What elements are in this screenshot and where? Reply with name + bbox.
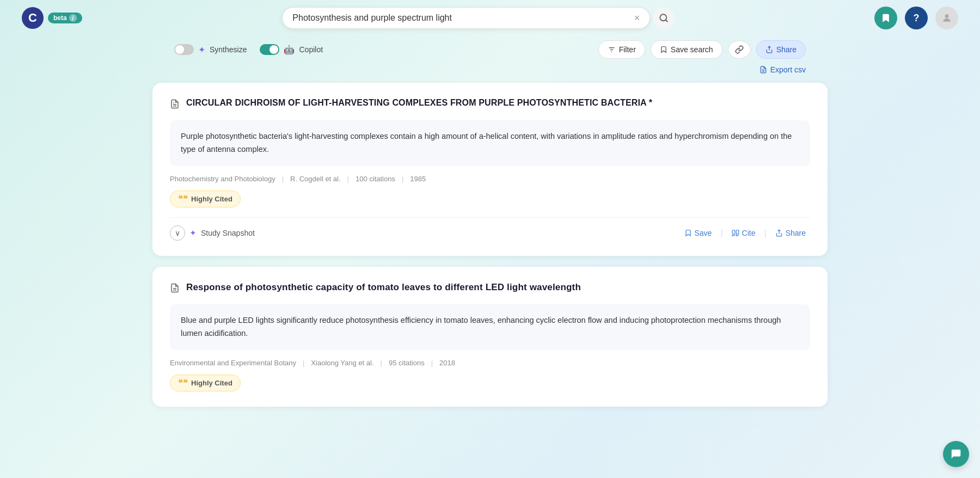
highly-cited-label: Highly Cited (191, 195, 232, 203)
save-paper-button[interactable]: Save (680, 226, 716, 240)
paper-2-abstract: Blue and purple LED lights significantly… (170, 304, 810, 350)
paper-abstract: Purple photosynthetic bacteria's light-h… (170, 120, 810, 166)
paper-citations: 100 citations (356, 175, 395, 183)
export-csv-label: Export csv (770, 65, 806, 74)
paper-2-authors: Xiaolong Yang et al. (311, 359, 373, 367)
filter-button[interactable]: Filter (598, 40, 645, 59)
synthesize-toggle[interactable] (174, 44, 194, 55)
svg-line-1 (666, 20, 667, 21)
study-snapshot: ∨ ✦ Study Snapshot (170, 225, 255, 241)
paper-2-journal: Environmental and Experimental Botany (170, 359, 296, 367)
header-actions: ? (874, 7, 958, 29)
paper-card-2: Response of photosynthetic capacity of t… (152, 267, 828, 407)
synthesize-toggle-group: ✦ Synthesize (174, 44, 247, 55)
meta-sep-3: | (402, 175, 403, 183)
meta-sep-1: | (282, 175, 284, 183)
copilot-toggle[interactable] (260, 44, 279, 55)
link-icon (735, 45, 744, 54)
quote-icon: ❝❝ (178, 194, 188, 204)
cite-paper-button[interactable]: Cite (727, 226, 760, 240)
synthesize-label: Synthesize (210, 45, 247, 54)
logo-area: C beta i (22, 7, 82, 29)
paper-journal: Photochemistry and Photobiology (170, 175, 275, 183)
paper-2-highly-cited-badge: ❝❝ Highly Cited (170, 375, 241, 391)
svg-point-2 (945, 14, 949, 18)
toolbar-left: ✦ Synthesize 🤖 Copilot (174, 44, 323, 55)
chevron-down-icon: ∨ (175, 229, 180, 237)
action-sep-1: | (720, 228, 722, 238)
cite-label: Cite (742, 229, 756, 237)
search-submit-button[interactable] (653, 8, 674, 28)
header: C beta i × ? (0, 0, 980, 36)
paper-authors: R. Cogdell et al. (290, 175, 341, 183)
link-button[interactable] (728, 40, 751, 59)
beta-info-icon[interactable]: i (69, 14, 77, 22)
save-label: Save (695, 229, 712, 237)
meta-2-sep-2: | (381, 359, 382, 367)
save-icon (684, 229, 692, 237)
export-csv-button[interactable]: Export csv (759, 65, 806, 74)
cite-icon (732, 229, 739, 237)
share-label: Share (776, 45, 797, 54)
export-icon (759, 66, 767, 73)
save-search-icon (660, 46, 667, 53)
paper-year: 1985 (410, 175, 426, 183)
paper-2-title[interactable]: Response of photosynthetic capacity of t… (186, 282, 581, 293)
paper-2-citations: 95 citations (389, 359, 425, 367)
share-paper-icon (775, 229, 783, 237)
meta-2-sep-3: | (431, 359, 433, 367)
search-clear-button[interactable]: × (634, 13, 640, 23)
beta-badge: beta i (48, 13, 82, 23)
logo-letter: C (28, 11, 37, 25)
highly-cited-badge: ❝❝ Highly Cited (170, 191, 241, 207)
paper-doc-icon (170, 99, 180, 112)
paper-footer: ∨ ✦ Study Snapshot Save | (170, 217, 810, 241)
bookmark-icon (881, 13, 891, 23)
synthesize-sparkle-icon: ✦ (198, 45, 205, 55)
save-search-label: Save search (671, 45, 713, 54)
paper-meta: Photochemistry and Photobiology | R. Cog… (170, 175, 810, 183)
bottom-fab[interactable] (943, 441, 969, 467)
paper-2-highly-cited-label: Highly Cited (191, 379, 232, 387)
search-bar: × (282, 7, 650, 29)
copilot-toggle-group: 🤖 Copilot (260, 44, 323, 55)
document-icon (170, 99, 180, 109)
paper-title[interactable]: CIRCULAR DICHROISM OF LIGHT-HARVESTING C… (186, 98, 652, 108)
toolbar-right: Filter Save search Share (598, 40, 806, 59)
document-icon-2 (170, 283, 180, 293)
app-logo[interactable]: C (22, 7, 44, 29)
paper-2-year: 2018 (439, 359, 455, 367)
copilot-label: Copilot (299, 45, 323, 54)
snapshot-toggle-button[interactable]: ∨ (170, 225, 185, 241)
fab-icon (950, 448, 962, 460)
save-search-button[interactable]: Save search (651, 40, 722, 59)
meta-sep-2: | (347, 175, 349, 183)
search-icon (659, 13, 669, 23)
search-input[interactable] (292, 13, 628, 23)
paper-actions: Save | Cite | Share (680, 226, 811, 240)
action-sep-2: | (764, 228, 766, 238)
help-icon: ? (914, 13, 920, 24)
share-paper-button[interactable]: Share (771, 226, 810, 240)
share-paper-label: Share (786, 229, 806, 237)
export-area: Export csv (0, 65, 980, 74)
help-button[interactable]: ? (905, 7, 928, 29)
snapshot-label: Study Snapshot (201, 229, 255, 237)
share-icon (765, 46, 773, 53)
paper-2-quote-icon: ❝❝ (178, 378, 188, 388)
toolbar: ✦ Synthesize 🤖 Copilot Filter Save searc… (0, 36, 980, 63)
main-content: CIRCULAR DICHROISM OF LIGHT-HARVESTING C… (0, 83, 980, 407)
meta-2-sep-1: | (303, 359, 304, 367)
avatar-button[interactable] (935, 7, 958, 29)
bookmark-button[interactable] (874, 7, 897, 29)
filter-label: Filter (619, 45, 636, 54)
paper-title-row: CIRCULAR DICHROISM OF LIGHT-HARVESTING C… (170, 98, 810, 112)
beta-label: beta (53, 14, 67, 22)
snapshot-sparkle-icon: ✦ (189, 228, 197, 238)
share-button[interactable]: Share (756, 40, 806, 59)
filter-icon (608, 46, 616, 54)
paper-2-meta: Environmental and Experimental Botany | … (170, 359, 810, 367)
avatar-icon (941, 13, 952, 23)
paper-2-title-row: Response of photosynthetic capacity of t… (170, 282, 810, 296)
paper-2-doc-icon (170, 283, 180, 296)
